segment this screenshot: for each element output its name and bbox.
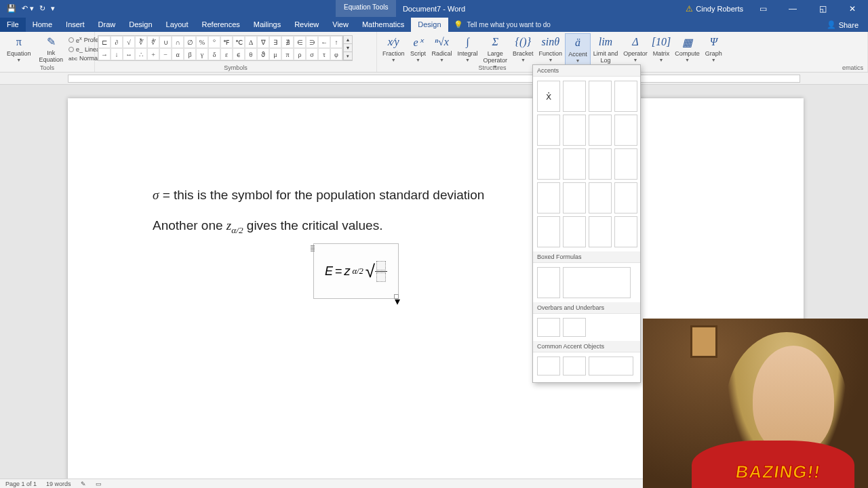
accent-option[interactable] [563,115,586,146]
qat-custom-icon[interactable]: ▾ [51,4,55,13]
equation-button[interactable]: π Equation ▼ [3,33,35,64]
horizontal-ruler[interactable] [0,73,868,85]
symbol-cell[interactable]: ∋ [306,36,318,48]
symbol-cell[interactable]: ∪ [159,36,172,48]
tab-view[interactable]: View [326,18,355,32]
symbol-cell[interactable]: ↔ [123,48,135,60]
tab-mathematics[interactable]: Mathematics [355,18,411,32]
tab-design[interactable]: Design [122,18,159,32]
symbol-cell[interactable]: γ [196,48,208,60]
word-count[interactable]: 19 words [46,481,71,487]
symbol-cell[interactable]: % [196,36,208,48]
accent-option[interactable] [589,216,612,247]
symbol-cell[interactable]: ∈ [294,36,306,48]
radical-structure[interactable]: √ [366,261,387,282]
symbol-cell[interactable]: α [172,48,184,60]
symbol-cell[interactable]: ↑ [330,36,342,48]
symbol-cell[interactable]: ∩ [172,36,184,48]
ink-equation-button[interactable]: ✎ Ink Equation [35,33,68,64]
symbol-cell[interactable]: ∴ [135,48,147,60]
symbols-gallery[interactable]: ⊏∂√∛∜∪∩∅%°℉℃∆∇∃∄∈∋←↑→↓↔∴+−αβγδεϵθϑμπρστφ [98,35,343,61]
symbol-cell[interactable]: ← [318,36,330,48]
accent-option[interactable] [589,182,612,214]
symbol-cell[interactable]: σ [306,48,318,60]
minimize-button[interactable]: — [783,4,803,14]
accent-option[interactable] [537,148,560,180]
symbol-cell[interactable]: √ [123,36,135,48]
accent-option[interactable] [589,81,612,112]
boxed-option[interactable] [563,267,631,298]
boxed-option[interactable] [537,267,560,298]
symbol-cell[interactable]: − [159,48,172,60]
accent-option[interactable] [614,115,637,146]
symbol-cell[interactable]: β [184,48,196,60]
equation-move-handle[interactable] [311,245,315,252]
symbol-cell[interactable]: ℉ [220,36,233,48]
overbar-option[interactable] [537,318,560,337]
symbol-cell[interactable]: ∅ [184,36,196,48]
symbol-cell[interactable]: ∜ [147,36,159,48]
accent-option[interactable] [563,148,586,180]
equation-options-handle[interactable]: ▾ [394,294,399,299]
tab-references[interactable]: References [195,18,247,32]
symbol-cell[interactable]: ↓ [111,48,123,60]
account-user[interactable]: ⚠Cindy Roberts [686,4,743,14]
symbol-cell[interactable]: ∂ [111,36,123,48]
tab-home[interactable]: Home [26,18,59,32]
symbol-cell[interactable]: τ [318,48,330,60]
tab-draw[interactable]: Draw [92,18,123,32]
undo-icon[interactable]: ↶ ▾ [22,4,34,13]
symbol-cell[interactable]: ℃ [233,36,245,48]
accent-option[interactable] [537,182,560,214]
tab-insert[interactable]: Insert [59,18,92,32]
share-button[interactable]: 👤Share [817,20,868,32]
common-accent-option[interactable] [563,357,586,375]
maximize-button[interactable]: ◱ [812,4,833,14]
common-accent-option[interactable] [537,357,560,375]
symbol-cell[interactable]: ϑ [257,48,269,60]
accent-option[interactable] [537,115,560,146]
symbol-cell[interactable]: ∇ [257,36,269,48]
close-button[interactable]: ✕ [842,4,863,14]
symbol-cell[interactable]: ⊏ [98,36,111,48]
symbol-cell[interactable]: ρ [294,48,306,60]
accent-option[interactable] [614,182,637,214]
symbol-cell[interactable]: ∆ [245,36,257,48]
symbols-scroll[interactable]: ▲▼▾ [343,35,353,61]
symbol-cell[interactable]: φ [330,48,342,60]
symbol-cell[interactable]: ε [220,48,233,60]
accent-option[interactable]: ẋ [537,81,560,112]
symbol-cell[interactable]: → [98,48,111,60]
matrix-button[interactable]: [10]Matrix▼ [650,33,673,70]
tell-me-search[interactable]: 💡 Tell me what you want to do [454,20,551,32]
accent-option[interactable] [589,148,612,180]
symbol-cell[interactable]: ∃ [269,36,281,48]
accent-option[interactable] [589,115,612,146]
symbol-cell[interactable]: θ [245,48,257,60]
redo-icon[interactable]: ↻ [39,4,45,13]
equation-editor[interactable]: E = zα/2 √ ▾ [313,243,399,299]
spellcheck-icon[interactable]: ✎ [81,481,86,487]
symbol-cell[interactable]: ∄ [281,36,294,48]
tab-layout[interactable]: Layout [159,18,195,32]
ribbon-display-icon[interactable]: ▭ [753,4,773,14]
overbar-option[interactable] [563,318,586,337]
tab-file[interactable]: File [0,18,26,32]
fraction-placeholder[interactable] [375,261,387,282]
tab-review[interactable]: Review [288,18,326,32]
symbol-cell[interactable]: ∛ [135,36,147,48]
accent-option[interactable] [563,81,586,112]
accent-option[interactable] [614,216,637,247]
symbol-cell[interactable]: ° [208,36,220,48]
page-count[interactable]: Page 1 of 1 [5,481,37,487]
layout-icon[interactable]: ▭ [96,481,102,487]
tab-design[interactable]: Design [411,18,448,32]
graph-button[interactable]: ΨGraph▼ [703,33,725,70]
accent-option[interactable] [537,216,560,247]
symbol-cell[interactable]: μ [269,48,281,60]
save-icon[interactable]: 💾 [7,4,16,13]
symbol-cell[interactable]: π [281,48,294,60]
accent-option[interactable] [563,182,586,214]
symbol-cell[interactable]: ϵ [233,48,245,60]
compute-button[interactable]: ▦Compute▼ [672,33,703,70]
